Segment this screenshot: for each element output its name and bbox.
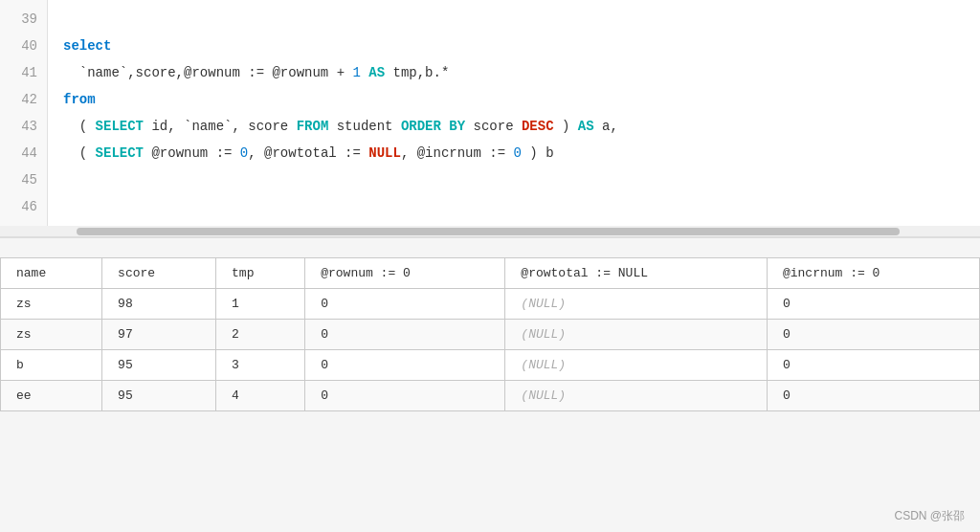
code-area: 39 40 41 42 43 44 45 46 select `name`,sc…	[0, 0, 980, 238]
table-cell: 0	[305, 381, 505, 411]
table-row: zs9720(NULL)0	[1, 320, 980, 350]
scrollbar-thumb[interactable]	[77, 228, 900, 235]
table-header-row: name score tmp @rownum := 0 @rowtotal :=…	[1, 258, 980, 289]
col-header-incrnum: @incrnum := 0	[767, 258, 979, 289]
keyword-from: from	[63, 92, 96, 107]
code-line-41: `name`,score,@rownum := @rownum + 1 AS t…	[63, 59, 980, 86]
col-header-rownum: @rownum := 0	[305, 258, 505, 289]
line-num-43: 43	[0, 113, 47, 140]
table-cell: 0	[305, 320, 505, 350]
table-cell: 0	[767, 320, 979, 350]
col-header-rowtotal: @rowtotal := NULL	[505, 258, 768, 289]
line-num-40: 40	[0, 33, 47, 59]
code-line-39	[63, 6, 980, 33]
code-line-43: ( SELECT id, `name`, score FROM student …	[63, 113, 980, 140]
table-cell: zs	[1, 289, 102, 320]
code-container: 39 40 41 42 43 44 45 46 select `name`,sc…	[0, 0, 980, 226]
code-text: `name`,score,@rownum := @rownum + 1 AS t…	[63, 65, 449, 80]
table-cell: 0	[305, 289, 505, 320]
table-cell: 0	[767, 289, 979, 320]
code-line-42: from	[63, 86, 980, 113]
table-cell: 0	[767, 350, 979, 381]
line-num-46: 46	[0, 193, 47, 220]
table-cell: 0	[767, 381, 979, 411]
line-num-42: 42	[0, 86, 47, 113]
table-row: zs9810(NULL)0	[1, 289, 980, 320]
col-header-score: score	[102, 258, 216, 289]
line-num-39: 39	[0, 6, 47, 33]
line-num-45: 45	[0, 166, 47, 193]
table-cell: 3	[216, 350, 305, 381]
table-cell: (NULL)	[505, 320, 768, 350]
table-cell: 95	[102, 350, 216, 381]
code-line-46	[63, 193, 980, 220]
table-cell: (NULL)	[505, 350, 768, 381]
table-cell: (NULL)	[505, 381, 768, 411]
code-line-45	[63, 166, 980, 193]
col-header-tmp: tmp	[216, 258, 305, 289]
line-numbers: 39 40 41 42 43 44 45 46	[0, 0, 48, 226]
keyword-select: select	[63, 38, 111, 54]
table-cell: 2	[216, 320, 305, 350]
table-cell: zs	[1, 320, 102, 350]
results-table: name score tmp @rownum := 0 @rowtotal :=…	[0, 257, 980, 411]
table-cell: 4	[216, 381, 305, 411]
line-num-41: 41	[0, 59, 47, 86]
gap-area	[0, 238, 980, 257]
watermark: CSDN @张邵	[894, 508, 965, 524]
line-num-44: 44	[0, 140, 47, 166]
table-cell: b	[1, 350, 102, 381]
table-row: ee9540(NULL)0	[1, 381, 980, 411]
code-text: ( SELECT @rownum := 0, @rowtotal := NULL…	[63, 145, 554, 161]
code-lines: select `name`,score,@rownum := @rownum +…	[48, 0, 980, 226]
table-cell: 98	[102, 289, 216, 320]
col-header-name: name	[1, 258, 102, 289]
table-cell: 0	[305, 350, 505, 381]
code-line-44: ( SELECT @rownum := 0, @rowtotal := NULL…	[63, 140, 980, 166]
table-cell: (NULL)	[505, 289, 768, 320]
table-cell: 95	[102, 381, 216, 411]
code-line-40: select	[63, 33, 980, 59]
table-cell: 1	[216, 289, 305, 320]
table-cell: ee	[1, 381, 102, 411]
table-area: name score tmp @rownum := 0 @rowtotal :=…	[0, 257, 980, 411]
table-cell: 97	[102, 320, 216, 350]
table-row: b9530(NULL)0	[1, 350, 980, 381]
scrollbar-area[interactable]	[0, 226, 980, 237]
code-text: ( SELECT id, `name`, score FROM student …	[63, 119, 618, 134]
